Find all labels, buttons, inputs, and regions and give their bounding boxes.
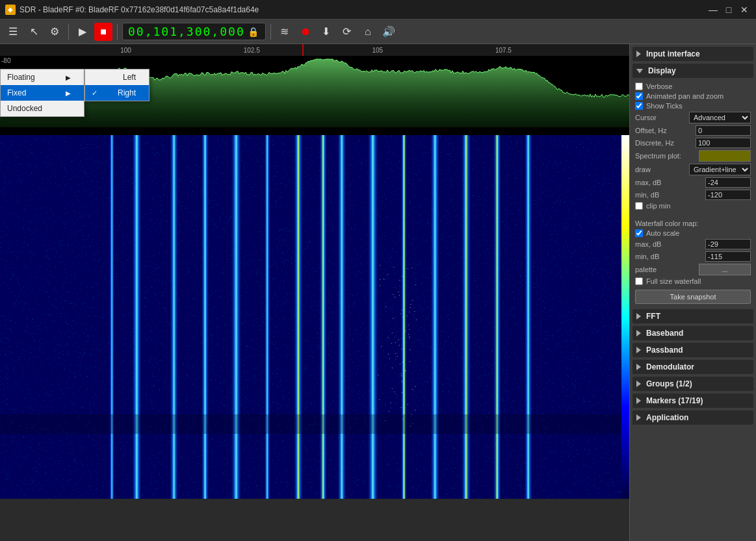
submenu-item-left[interactable]: Left [85,69,149,85]
min-db-input[interactable] [705,190,751,200]
frequency-axis: 100 102.5 105 107.5 [0,44,629,56]
audio-button[interactable]: 🔊 [380,23,398,41]
left-check [92,73,94,81]
baseband-section: Baseband [632,326,753,340]
show-ticks-row: Show Ticks [635,102,751,110]
titlebar-controls: — □ ✕ [707,3,751,16]
discrete-hz-input[interactable] [696,138,751,148]
separator-2 [117,24,118,40]
application-section: Application [632,410,753,425]
maximize-button[interactable]: □ [722,3,735,16]
frequency-value: 00,101,300,000 [128,25,245,38]
context-menu: Floating ▶ Fixed ▶ Undocked [0,69,85,117]
demodulator-label: Demodulator [646,362,694,371]
expand-arrow-display [636,69,643,73]
baseband-header[interactable]: Baseband [632,326,753,340]
loop-button[interactable]: ⟳ [338,23,356,41]
menu-fixed-label: Fixed [7,88,26,97]
verbose-row: Verbose [635,82,751,90]
spectrum-plot-label: Spectrum plot: [635,152,681,160]
markers-header[interactable]: Markers (17/19) [632,394,753,408]
input-interface-header[interactable]: Input interface [632,47,753,61]
waterfall-button[interactable]: ≋ [276,23,294,41]
separator-1 [68,24,69,40]
center-frequency-marker [302,44,304,56]
wf-max-db-input[interactable] [705,239,751,249]
collapse-arrow-input [636,51,641,57]
verbose-checkbox[interactable] [635,82,643,90]
passband-section: Passband [632,343,753,357]
freq-label-1025: 102.5 [244,47,260,54]
discrete-hz-row: Discrete, Hz [635,138,751,148]
display-section: Display Verbose Animated pan and zoom Sh… [632,64,753,214]
passband-header[interactable]: Passband [632,343,753,357]
clip-min-checkbox[interactable] [635,202,643,210]
filter-button[interactable]: ⌂ [359,23,377,41]
menu-item-undocked[interactable]: Undocked [1,101,84,116]
display-header[interactable]: Display [632,64,753,78]
menu-item-floating[interactable]: Floating ▶ [1,69,84,85]
full-size-checkbox[interactable] [635,277,643,285]
spectrum-plot-row: Spectrum plot: [635,150,751,162]
menu-undocked-label: Undocked [7,104,42,113]
display-label: Display [648,66,676,75]
baseband-label: Baseband [646,329,683,338]
application-arrow [636,414,641,421]
demodulator-header[interactable]: Demodulator [632,360,753,374]
fft-section: FFT [632,309,753,323]
wf-min-db-input[interactable] [705,251,751,262]
wf-max-db-label: max, dB [635,240,661,248]
menu-button[interactable]: ☰ [4,23,22,41]
groups-header[interactable]: Groups (1/2) [632,377,753,391]
colorbar [621,135,629,499]
palette-button[interactable]: ... [699,264,751,275]
baseband-arrow [636,330,641,336]
max-db-label: max, dB [635,179,661,186]
application-header[interactable]: Application [632,410,753,425]
right-panel: Input interface Display Verbose Animated… [629,44,756,541]
spectrum-area: Floating ▶ Fixed ▶ Undocked Left ✓ [0,44,629,541]
frequency-display[interactable]: 00,101,300,000 🔒 [122,23,266,40]
max-db-input[interactable] [705,177,751,188]
groups-section: Groups (1/2) [632,377,753,391]
menu-item-fixed[interactable]: Fixed ▶ [1,85,84,101]
titlebar-left: ◆ SDR - BladeRF #0: BladeRF 0x77162e38f0… [5,5,259,15]
cursor-row: Cursor Advanced Simple None [635,112,751,123]
record-button[interactable]: ⏺ [296,23,315,41]
wf-max-db-row: max, dB [635,239,751,249]
groups-arrow [636,381,641,387]
freq-label-1075: 107.5 [495,47,512,54]
animated-pan-row: Animated pan and zoom [635,92,751,100]
passband-label: Passband [646,346,683,355]
show-ticks-checkbox[interactable] [635,102,643,110]
animated-pan-checkbox[interactable] [635,92,643,100]
close-button[interactable]: ✕ [738,3,751,16]
clip-min-row: clip min [635,202,751,210]
offset-hz-input[interactable] [696,125,751,136]
auto-scale-label: Auto scale [646,229,679,237]
main-layout: Floating ▶ Fixed ▶ Undocked Left ✓ [0,44,756,541]
freq-label-100: 100 [120,47,131,54]
app-icon: ◆ [5,5,16,15]
take-snapshot-button[interactable]: Take snapshot [635,290,751,304]
cursor-select[interactable]: Advanced Simple None [689,112,751,123]
cursor-label: Cursor [635,114,657,121]
waterfall-section: Waterfall color map: Auto scale max, dB … [632,217,753,307]
spectrum-color-swatch[interactable] [699,150,751,162]
full-size-row: Full size waterfall [635,277,751,285]
draw-select[interactable]: Gradient+line Line Gradient [689,164,751,175]
verbose-label: Verbose [646,82,672,90]
minimize-button[interactable]: — [707,3,720,16]
markers-arrow [636,397,641,404]
fft-header[interactable]: FFT [632,309,753,323]
palette-row: palette ... [635,264,751,275]
submenu-left-label: Left [123,73,136,82]
submenu-item-right[interactable]: ✓ Right [85,85,149,101]
settings-button[interactable]: ⚙ [46,23,64,41]
auto-scale-checkbox[interactable] [635,229,643,237]
input-interface-section: Input interface [632,47,753,61]
play-button[interactable]: ▶ [73,23,92,41]
stop-button[interactable]: ■ [94,23,112,41]
save-button[interactable]: ⬇ [317,23,335,41]
cursor-tool-button[interactable]: ↖ [25,23,43,41]
